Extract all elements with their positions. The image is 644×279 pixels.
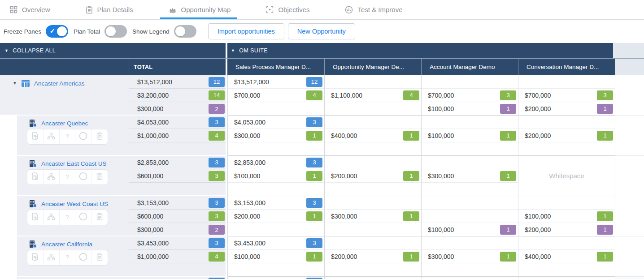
om-suite-header[interactable]: ▼ OM SUITE <box>227 43 613 58</box>
new-opportunity-button[interactable]: New Opportunity <box>288 23 355 39</box>
column-header-account-manager[interactable]: Account Manager Demo <box>421 59 518 75</box>
doc-search-button[interactable] <box>27 250 44 265</box>
clipboard-button[interactable] <box>91 210 108 225</box>
data-cell[interactable]: $3,153,0003 <box>228 196 324 210</box>
show-legend-toggle[interactable] <box>174 25 196 38</box>
circle-button[interactable] <box>75 129 91 144</box>
column-header-opportunity-manager[interactable]: Opportunity Manager De... <box>324 59 421 75</box>
total-cell[interactable]: $3,153,0003 <box>129 196 226 210</box>
region-block: Ancaster California? <box>17 236 129 276</box>
total-cell[interactable]: $300,0002 <box>129 102 226 116</box>
question-icon: ? <box>63 213 71 223</box>
region-link[interactable]: Ancaster Quebec <box>41 120 88 127</box>
data-cell[interactable]: $300,0001 <box>422 250 518 263</box>
whitespace-cell[interactable]: Whitespace <box>518 156 615 196</box>
total-cell[interactable]: $1,000,0004 <box>129 250 226 263</box>
expander-triangle-icon[interactable]: ▼ <box>13 81 17 86</box>
doc-search-button[interactable] <box>27 210 44 225</box>
data-cell <box>422 183 518 196</box>
count-badge: 3 <box>306 238 322 248</box>
data-cell[interactable]: $200,0001 <box>325 169 421 183</box>
hierarchy-button[interactable] <box>44 210 60 225</box>
tab-objectives[interactable]: Objectives <box>266 0 309 19</box>
total-cell[interactable]: $1,000,0004 <box>129 129 226 142</box>
data-cell[interactable]: $13,512,00012 <box>228 75 324 89</box>
region-link[interactable]: Ancaster East Coast US <box>41 160 107 167</box>
region-link[interactable]: Ancaster California <box>41 241 92 248</box>
clipboard-button[interactable] <box>91 170 108 185</box>
circle-button[interactable] <box>75 250 91 265</box>
data-cell <box>518 75 615 89</box>
data-cell[interactable]: $100,0001 <box>422 102 518 116</box>
tab-overview[interactable]: Overview <box>10 0 50 19</box>
region-actions-toolbar: ? <box>27 210 108 225</box>
total-cell[interactable]: $3,453,0003 <box>129 236 226 250</box>
tab-plan-details[interactable]: Plan Details <box>86 0 133 19</box>
region-link[interactable]: Ancaster Americas <box>34 80 85 87</box>
amount-value: $100,000 <box>525 213 551 220</box>
total-cell[interactable]: $13,512,00012 <box>129 75 226 89</box>
data-cell[interactable]: $4,053,0003 <box>228 116 324 129</box>
data-cell[interactable]: $200,0001 <box>518 129 615 142</box>
circle-button[interactable] <box>75 210 91 225</box>
data-cell-column: $1,100,0004 <box>325 75 422 116</box>
total-cell[interactable]: $3,200,00014 <box>129 89 226 102</box>
region-actions-toolbar: ? <box>27 129 108 145</box>
total-cell[interactable]: $600,0003 <box>129 169 226 183</box>
tab-opportunity-map[interactable]: Opportunity Map <box>169 0 231 19</box>
data-cell[interactable]: $2,853,0003 <box>228 156 324 169</box>
question-button[interactable]: ? <box>60 210 76 225</box>
question-button[interactable]: ? <box>60 250 76 265</box>
total-cell[interactable]: $600,0003 <box>129 210 226 223</box>
total-cell[interactable]: $2,853,0003 <box>129 156 226 169</box>
doc-search-button[interactable] <box>27 129 44 144</box>
svg-text:?: ? <box>65 253 69 260</box>
doc-search-button[interactable] <box>27 170 44 185</box>
data-cell[interactable]: $300,0001 <box>325 210 421 223</box>
data-cell[interactable]: $200,0001 <box>518 102 615 116</box>
data-cell[interactable]: $200,0001 <box>325 250 421 263</box>
data-cell[interactable]: $100,0001 <box>518 210 615 223</box>
plan-total-toggle[interactable] <box>104 25 127 38</box>
hierarchy-button[interactable] <box>44 170 60 185</box>
total-cell-column: $3,153,0003$600,0003$300,0002 <box>129 196 226 236</box>
data-cell[interactable]: $400,0001 <box>518 250 615 263</box>
data-cell[interactable]: $300,0001 <box>228 129 324 142</box>
freeze-panes-toggle[interactable]: ✓ <box>46 25 68 38</box>
data-cell[interactable]: $100,0001 <box>228 169 324 183</box>
data-cell[interactable]: $700,0003 <box>422 89 518 102</box>
data-cell[interactable]: $3,453,0003 <box>228 236 324 250</box>
data-cell[interactable]: $700,0003 <box>518 89 615 102</box>
hierarchy-button[interactable] <box>44 250 60 265</box>
data-cell[interactable]: $1,100,0004 <box>325 89 421 102</box>
hierarchy-button[interactable] <box>44 129 60 144</box>
data-cell[interactable]: $400,0001 <box>325 129 421 142</box>
total-cell[interactable]: $300,0002 <box>129 223 226 236</box>
tab-test-improve[interactable]: Test & Improve <box>345 0 402 19</box>
data-cell[interactable]: $700,0004 <box>228 89 324 102</box>
data-cell[interactable]: $100,0001 <box>422 223 518 236</box>
region-building-icon <box>28 119 37 128</box>
collapse-all-label: COLLAPSE ALL <box>13 47 56 54</box>
circle-button[interactable] <box>75 170 91 185</box>
total-cell[interactable]: $4,053,0003 <box>129 116 226 129</box>
region-link[interactable]: Ancaster West Coast US <box>41 201 108 207</box>
collapse-all-header[interactable]: ▼ COLLAPSE ALL <box>0 43 226 58</box>
clipboard-icon <box>86 6 93 14</box>
clipboard-button[interactable] <box>91 250 108 265</box>
column-header-conversation-manager[interactable]: Conversation Manager D... <box>518 59 615 75</box>
data-cell[interactable]: $200,0001 <box>518 223 615 236</box>
clipboard-button[interactable] <box>91 129 108 144</box>
amount-value: $300,000 <box>234 132 260 139</box>
import-opportunities-button[interactable]: Import opportunities <box>208 23 284 39</box>
amount-value: $400,000 <box>331 132 357 139</box>
column-header-sales-process-manager[interactable]: Sales Process Manager D... <box>227 59 324 75</box>
question-button[interactable]: ? <box>60 129 76 144</box>
region-block: Ancaster Quebec? <box>17 116 129 155</box>
question-button[interactable]: ? <box>60 170 76 185</box>
data-cell[interactable]: $200,0001 <box>228 210 324 223</box>
data-cell[interactable]: $100,0001 <box>422 129 518 142</box>
data-cell[interactable]: $100,0001 <box>228 250 324 263</box>
amount-value: $100,000 <box>428 132 454 139</box>
data-cell[interactable]: $300,0001 <box>422 169 518 183</box>
